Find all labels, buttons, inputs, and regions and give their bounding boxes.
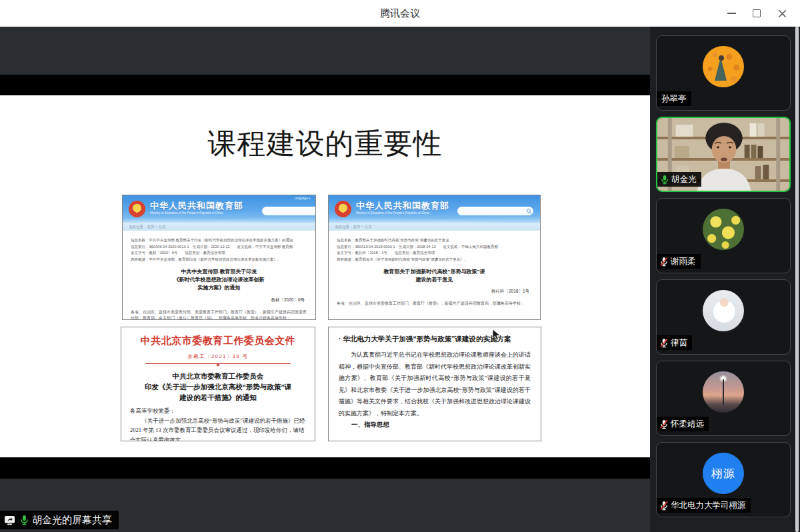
maximize-button[interactable] bbox=[744, 0, 769, 27]
document-body: 各省、自治区、直辖市党委宣传部、党委教育工作部门、教育厅（教委），新疆生产建设兵… bbox=[131, 309, 307, 320]
meta-row: 内容概述：中共中央宣传部、教育部印发《新时代学校思想政治理论课改革创新实施方案》… bbox=[131, 257, 309, 263]
participant-tile-xie-yurou[interactable]: 谢雨柔 bbox=[656, 198, 791, 273]
document-metadata: 信息名称：中共中央宣传部 教育部关于印发《新时代学校思想政治理论课改革创新实施方… bbox=[131, 237, 309, 263]
avatar bbox=[703, 371, 744, 413]
minimize-icon bbox=[727, 13, 736, 14]
avatar bbox=[703, 46, 744, 87]
document-number: 教社科〔2018〕1号 bbox=[329, 289, 529, 295]
document-moe-2020: 中华人民共和国教育部 Ministry of Education of the … bbox=[122, 195, 316, 320]
participant-tile-si-xuyuan[interactable]: 栩源 华北电力大学司栩源 bbox=[656, 442, 791, 517]
document-body: 各省、自治区、直辖市党委教育工作部门、教育厅（教委），新疆生产建设兵团教育局，部… bbox=[337, 301, 532, 307]
document-ncepu-plan: · 华北电力大学关于加强“形势与政策”课建设的实施方案 为认真贯彻习近平总书记在… bbox=[328, 327, 541, 441]
meta-row: 发文字号：教材〔2020〕6号 信息类别：教育综合管理 bbox=[131, 250, 309, 257]
slide-title: 课程建设的重要性 bbox=[0, 125, 650, 163]
screen-share-icon bbox=[4, 515, 17, 526]
participants-sidebar: 孙翠亭 bbox=[650, 27, 800, 532]
close-icon bbox=[778, 9, 787, 18]
mic-muted-icon bbox=[659, 257, 669, 267]
meta-row: 发文字号：教社科〔2018〕1号 信息类别：教育综合管理 bbox=[337, 250, 533, 257]
mouse-cursor bbox=[492, 329, 501, 341]
language-link: Language ▾ bbox=[294, 197, 310, 200]
mic-on-icon bbox=[19, 515, 29, 525]
mic-muted-icon bbox=[659, 419, 669, 429]
participant-tile-huairou-jingyuan[interactable]: 怀柔靖远 bbox=[656, 361, 791, 436]
avatar bbox=[703, 290, 744, 331]
participant-tile-sun-cuiting[interactable]: 孙翠亭 bbox=[656, 35, 791, 111]
moe-site-name-en: Ministry of Education of the People's Re… bbox=[150, 211, 223, 215]
meta-row: 信息名称：教育部关于加强新时代高校“形势与政策”课建设的若干意见 bbox=[337, 237, 533, 244]
participant-name: 谢雨柔 bbox=[671, 255, 696, 268]
participant-name-tag: 谢雨柔 bbox=[657, 254, 701, 269]
participant-tile-lv-yin[interactable]: 律茵 bbox=[656, 279, 791, 355]
salutation: 各高等学校党委： bbox=[130, 406, 306, 415]
section-heading: 一、指导思想 bbox=[339, 421, 531, 429]
avatar-initials: 栩源 bbox=[711, 466, 735, 481]
screen-share-banner: 胡金光的屏幕共享 bbox=[0, 511, 119, 529]
participant-name: 怀柔靖远 bbox=[671, 417, 704, 431]
maximize-icon bbox=[753, 9, 761, 17]
meeting-window: 腾讯会议 课程建设的重要性 中华人民共和国教育部 Ministry of Edu… bbox=[0, 0, 800, 532]
meta-row: 信息名称：中共中央宣传部 教育部关于印发《新时代学校思想政治理论课改革创新实施方… bbox=[131, 237, 309, 244]
meta-row: 信息索引：360A13-04-2018-0003-1 生成日期：2018-04-… bbox=[337, 244, 533, 251]
breadcrumb: 当前位置：首页 > 公文 bbox=[329, 223, 540, 231]
moe-header: 中华人民共和国教育部 Ministry of Education of the … bbox=[123, 195, 315, 223]
moe-header: 中华人民共和国教育部 Ministry of Education of the … bbox=[329, 195, 540, 223]
mic-muted-icon bbox=[659, 501, 669, 511]
document-title: 教育部关于加强新时代高校“形势与政策”课 建设的若干意见 bbox=[329, 268, 540, 285]
moe-site-name: 中华人民共和国教育部 bbox=[356, 200, 449, 212]
title-bar: 腾讯会议 bbox=[0, 0, 800, 27]
document-beijing-file: 中共北京市委教育工作委员会文件 京教工〔2021〕39 号 ★ 中共北京市委教育… bbox=[121, 327, 315, 441]
minimize-button[interactable] bbox=[719, 0, 744, 27]
participant-name-tag: 律茵 bbox=[657, 335, 692, 350]
body-paragraph: 《关于进一步加强北京高校“形势与政策”课建设的若干措施》已经 2021 年第 1… bbox=[130, 416, 306, 441]
document-body: 为认真贯彻习近平总书记在学校思想政治理论课教师座谈会上的讲话精神，根据中央宣传部… bbox=[339, 349, 531, 419]
red-document-header: 中共北京市委教育工作委员会文件 bbox=[121, 335, 315, 347]
national-emblem-icon bbox=[335, 201, 351, 217]
participant-name: 律茵 bbox=[671, 336, 687, 349]
sidebar-scrollbar[interactable] bbox=[795, 27, 799, 532]
document-title: 中共中央宣传部 教育部关于印发 《新时代学校思想政治理论课改革创新 实施方案》的… bbox=[123, 268, 315, 293]
participant-tiles: 孙翠亭 bbox=[656, 35, 791, 517]
avatar: 栩源 bbox=[703, 453, 744, 494]
document-metadata: 信息名称：教育部关于加强新时代高校“形势与政策”课建设的若干意见 信息索引：36… bbox=[337, 237, 533, 263]
participant-name: 胡金光 bbox=[671, 173, 697, 186]
national-emblem-icon bbox=[129, 201, 145, 217]
participant-name: 孙翠亭 bbox=[661, 92, 687, 105]
screen-share-label: 胡金光的屏幕共享 bbox=[32, 514, 112, 527]
search-bar bbox=[457, 207, 533, 215]
window-title: 腾讯会议 bbox=[0, 0, 800, 27]
moe-site-name: 中华人民共和国教育部 bbox=[150, 200, 243, 212]
search-bar bbox=[262, 207, 315, 215]
moe-site-name-en: Ministry of Education of the People's Re… bbox=[356, 211, 429, 215]
window-controls bbox=[719, 0, 795, 27]
presentation-slide: 课程建设的重要性 中华人民共和国教育部 Ministry of Educatio… bbox=[0, 95, 650, 457]
document-title: · 华北电力大学关于加强“形势与政策”课建设的实施方案 bbox=[339, 335, 531, 344]
document-moe-2018: 中华人民共和国教育部 Ministry of Education of the … bbox=[328, 195, 541, 320]
document-title: 中共北京市委教育工作委员会 印发《关于进一步加强北京高校“形势与政策”课 建设的… bbox=[121, 371, 315, 403]
close-button[interactable] bbox=[769, 0, 795, 27]
participant-name-tag: 怀柔靖远 bbox=[657, 417, 709, 431]
document-number: 教材〔2020〕6号 bbox=[123, 297, 305, 303]
letterbox-top bbox=[0, 75, 650, 95]
star-icon: ★ bbox=[121, 363, 315, 368]
participant-name: 华北电力大学司栩源 bbox=[671, 499, 746, 512]
participant-name-tag: 胡金光 bbox=[657, 172, 701, 187]
letterbox-bottom bbox=[0, 457, 650, 479]
participant-name-tag: 孙翠亭 bbox=[657, 91, 691, 106]
meta-row: 信息索引：360A06-04-2020-0013-1 生成日期：2020-12-… bbox=[131, 244, 309, 251]
shared-screen-area: 课程建设的重要性 中华人民共和国教育部 Ministry of Educatio… bbox=[0, 27, 650, 532]
participant-tile-hu-jinguang[interactable]: 胡金光 bbox=[656, 117, 791, 192]
participant-name-tag: 华北电力大学司栩源 bbox=[657, 498, 751, 513]
breadcrumb: 当前位置：首页 > 公文 bbox=[123, 223, 315, 231]
mic-muted-icon bbox=[659, 338, 669, 348]
document-number: 京教工〔2021〕39 号 bbox=[121, 353, 315, 360]
meta-row: 内容概述：教育部发布《关于加强新时代高校“形势与政策”课建设的若干意见》。 bbox=[337, 257, 533, 263]
avatar bbox=[703, 209, 744, 250]
search-icon bbox=[527, 209, 531, 213]
mic-on-icon bbox=[660, 175, 669, 185]
document-body: 各高等学校党委： 《关于进一步加强北京高校“形势与政策”课建设的若干措施》已经 … bbox=[130, 406, 306, 441]
